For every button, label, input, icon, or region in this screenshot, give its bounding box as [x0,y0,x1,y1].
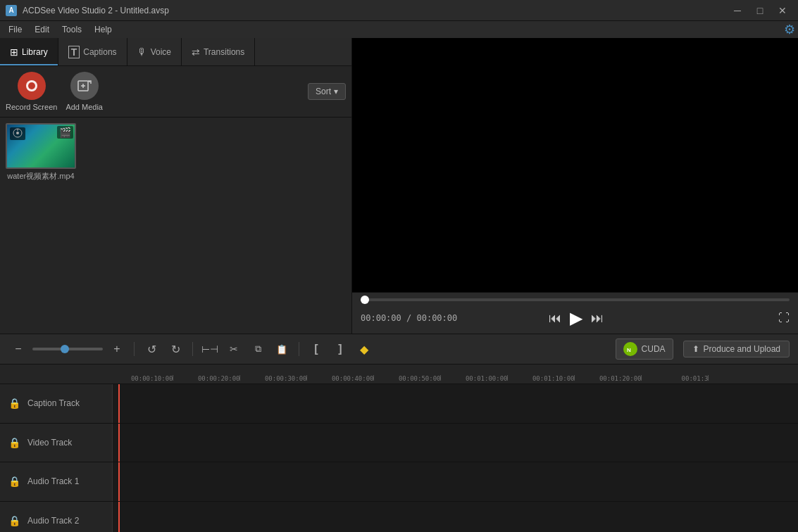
step-forward-button[interactable]: ⏭ [590,310,605,327]
ruler-label: 00:00:50:00 [399,375,441,382]
mark-out-button[interactable]: ] [330,339,350,359]
ruler-label: 00:01:10:00 [532,375,575,382]
menu-file[interactable]: File [3,23,27,36]
zoom-out-button[interactable]: − [8,339,28,359]
ruler-mark: 00:00:50:00 [440,375,441,381]
zoom-in-button[interactable]: + [107,339,127,359]
undo-button[interactable]: ↺ [142,339,161,359]
produce-upload-button[interactable]: ⬆ Produce and Upload [683,341,790,357]
media-badge [10,127,25,140]
lock-icon[interactable]: 🔒 [8,398,20,409]
nvidia-icon: N [623,342,637,356]
cuda-button[interactable]: N CUDA [616,338,673,360]
record-screen-icon [18,72,46,100]
ruler-mark: 00:00:20:00 [239,375,240,381]
playback-controls: 00:00:00 / 00:00:00 ⏮ ▶ ⏭ ⛶ [361,307,790,329]
audio-track-1-label: 🔒 Audio Track 1 [0,462,113,501]
lock-icon[interactable]: 🔒 [8,515,20,526]
add-media-icon [70,72,99,100]
redo-button[interactable]: ↻ [166,339,185,359]
close-button[interactable]: ✕ [773,4,792,18]
menu-help[interactable]: Help [89,23,118,36]
timeline-ruler: 00:00:10:00 00:00:20:00 00:00:30:00 00:0… [0,365,798,384]
media-filename: water视频素材.mp4 [7,171,74,182]
svg-text:N: N [627,347,631,353]
lock-icon[interactable]: 🔒 [8,437,20,448]
produce-upload-label: Produce and Upload [704,344,780,354]
tab-library[interactable]: ⊞ Library [0,38,58,65]
scrubber-container[interactable] [361,297,790,303]
caption-track-content[interactable] [113,384,798,423]
record-screen-button[interactable]: Record Screen [6,72,57,111]
paste-button[interactable]: 📋 [272,339,292,359]
track-row: 🔒 Audio Track 2 [0,502,798,533]
track-row: 🔒 Video Track [0,424,798,463]
sort-chevron-icon: ▾ [334,87,338,96]
marker-button[interactable]: ◆ [354,339,374,359]
cut-button[interactable]: ✂ [224,339,244,359]
playhead [118,462,120,501]
sort-button[interactable]: Sort ▾ [308,83,346,100]
list-item[interactable]: water视频素材.mp4 [6,123,76,182]
ruler-mark: 00:00:10:00 [173,375,173,381]
ruler-mark: 00:00:40:00 [373,375,374,381]
tab-voice-label: Voice [151,47,171,57]
ruler-label: 00:00:10:00 [131,375,173,382]
tab-library-label: Library [22,47,48,57]
tab-captions[interactable]: T Captions [58,38,127,65]
separator-1 [134,342,135,356]
add-media-button[interactable]: Add Media [66,72,103,111]
caption-track-label: 🔒 Caption Track [0,384,113,423]
timeline-area: − + ↺ ↻ ⊢⊣ ✂ ⧉ 📋 [ ] ◆ N CUDA ⬆ Produce … [0,334,798,532]
left-panel: ⊞ Library T Captions 🎙 Voice ⇄ Transitio… [0,38,352,334]
lock-icon[interactable]: 🔒 [8,476,20,487]
ruler-label: 00:00:30:00 [265,375,307,382]
playhead [118,384,120,423]
play-buttons: ⏮ ▶ ⏭ [547,307,605,329]
menu-tools[interactable]: Tools [56,23,87,36]
app-icon: A [6,5,17,16]
ruler-content: 00:00:10:00 00:00:20:00 00:00:30:00 00:0… [113,365,798,381]
video-black-screen [352,38,798,292]
fullscreen-button[interactable]: ⛶ [778,312,790,324]
ruler-label: 00:00:40:00 [332,375,374,382]
tab-transitions[interactable]: ⇄ Transitions [182,38,255,65]
tab-captions-label: Captions [83,47,116,57]
ruler-mark: 00:01:3 [708,375,709,381]
play-pause-button[interactable]: ▶ [568,307,584,329]
audio-track-1-name: Audio Track 1 [27,476,79,486]
track-row: 🔒 Caption Track [0,384,798,424]
scrubber-thumb[interactable] [361,296,369,304]
audio-track-2-content[interactable] [113,502,798,533]
playback-bar: 00:00:00 / 00:00:00 ⏮ ▶ ⏭ ⛶ [352,292,798,334]
playhead [118,424,120,462]
cuda-label: CUDA [642,344,666,354]
audio-track-2-label: 🔒 Audio Track 2 [0,502,113,533]
ruler-mark: 00:00:30:00 [306,375,307,381]
time-display: 00:00:00 / 00:00:00 [361,313,457,323]
svg-point-6 [16,132,19,134]
titlebar-title: ACDSee Video Studio 2 - Untitled.avsp [23,6,169,15]
menu-edit[interactable]: Edit [29,23,55,36]
separator-3 [299,342,299,356]
zoom-slider[interactable] [32,348,103,350]
ruler-label: 00:01:00:00 [466,375,508,382]
voice-tab-icon: 🎙 [137,46,147,58]
titlebar: A ACDSee Video Studio 2 - Untitled.avsp … [0,0,798,21]
minimize-button[interactable]: ─ [728,4,747,18]
media-thumbnail [6,123,76,169]
tab-voice[interactable]: 🎙 Voice [127,38,182,65]
preview-panel: 00:00:00 / 00:00:00 ⏮ ▶ ⏭ ⛶ [352,38,798,334]
maximize-button[interactable]: □ [750,4,770,18]
audio-track-1-content[interactable] [113,462,798,501]
copy-button[interactable]: ⧉ [248,339,268,359]
video-track-content[interactable] [113,424,798,462]
settings-icon[interactable]: ⚙ [784,22,795,37]
mark-in-button[interactable]: [ [306,339,326,359]
step-back-button[interactable]: ⏮ [547,310,563,327]
trim-button[interactable]: ⊢⊣ [200,339,220,359]
titlebar-controls: ─ □ ✕ [728,4,792,18]
library-toolbar: Record Screen Add Media Sort ▾ [0,66,351,118]
ruler-label: 00:01:20:00 [599,375,642,382]
tracks-container: 🔒 Caption Track 🔒 Video Track [0,384,798,532]
